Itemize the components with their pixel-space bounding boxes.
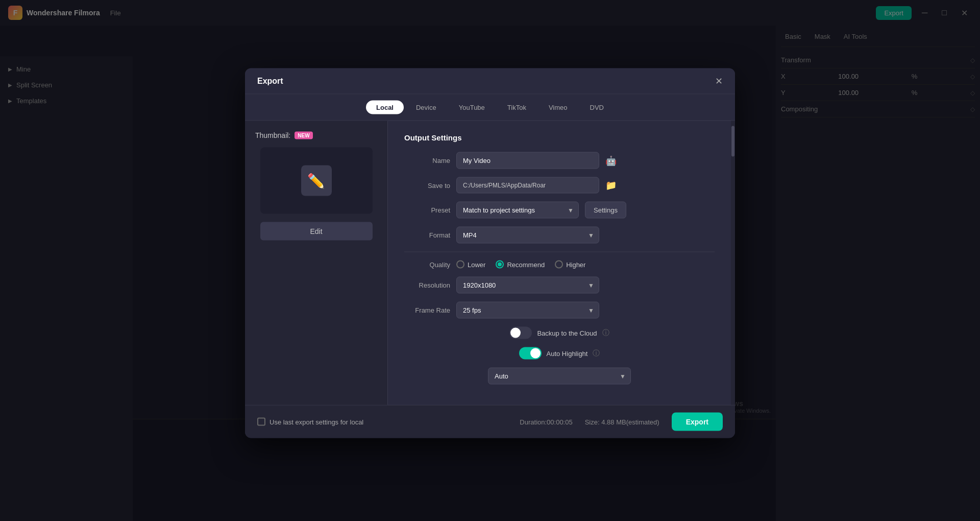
thumbnail-label-row: Thumbnail: NEW	[255, 131, 377, 139]
quality-higher-option[interactable]: Higher	[555, 260, 585, 269]
quality-recommend-option[interactable]: Recommend	[496, 260, 545, 269]
format-field-row: Format MP4 MOV AVI ▼	[404, 227, 715, 244]
ai-icon[interactable]: 🤖	[605, 155, 617, 166]
tab-vimeo[interactable]: Vimeo	[538, 101, 578, 114]
name-label: Name	[404, 157, 450, 164]
thumbnail-text: Thumbnail:	[255, 131, 290, 139]
modal-body: Thumbnail: NEW ✏️ Edit Output Settings N…	[245, 121, 735, 405]
export-tabs-row: Local Device YouTube TikTok Vimeo DVD	[245, 94, 735, 121]
output-settings-title: Output Settings	[404, 133, 715, 142]
size-info: Size: 4.88 MB(estimated)	[585, 418, 659, 425]
quality-recommend-radio[interactable]	[496, 260, 504, 269]
backup-toggle-knob	[510, 328, 521, 338]
framerate-field-row: Frame Rate 25 fps 30 fps 60 fps ▼	[404, 302, 715, 319]
folder-icon[interactable]: 📁	[605, 180, 617, 191]
autohighlight-toggle-row: Auto Highlight ⓘ	[404, 347, 715, 360]
autohighlight-toggle[interactable]	[519, 347, 542, 360]
quality-field-row: Quality Lower Recommend	[404, 260, 715, 269]
footer-left: Use last export settings for local	[257, 418, 363, 426]
framerate-label: Frame Rate	[404, 306, 450, 314]
modal-title: Export	[257, 77, 283, 86]
export-modal: Export ✕ Local Device YouTube TikTok Vim…	[245, 68, 735, 438]
save-to-field-row: Save to C:/Users/PMLS/AppData/Roar 📁	[404, 177, 715, 194]
name-input[interactable]	[456, 152, 599, 169]
quality-lower-label: Lower	[468, 260, 485, 268]
thumbnail-icon: ✏️	[301, 165, 332, 196]
output-panel: Output Settings Name 🤖 Save to C:/Users/…	[388, 121, 731, 405]
scrollbar-thumb[interactable]	[731, 126, 734, 157]
thumbnail-panel: Thumbnail: NEW ✏️ Edit	[245, 121, 388, 405]
save-to-label: Save to	[404, 181, 450, 189]
quality-recommend-label: Recommend	[507, 260, 545, 268]
format-label: Format	[404, 231, 450, 239]
auto-dropdown-row: Auto ▼	[404, 368, 715, 385]
resolution-field-row: Resolution 1920x1080 1280x720 3840x2160 …	[404, 277, 715, 294]
quality-label: Quality	[404, 260, 450, 268]
backup-toggle[interactable]	[509, 327, 532, 339]
edit-thumbnail-button[interactable]: Edit	[260, 222, 373, 241]
autohighlight-info-icon[interactable]: ⓘ	[593, 349, 600, 358]
new-badge: NEW	[295, 131, 312, 139]
tab-local[interactable]: Local	[366, 101, 404, 114]
quality-lower-option[interactable]: Lower	[456, 260, 485, 269]
modal-header: Export ✕	[245, 68, 735, 94]
preset-label: Preset	[404, 206, 450, 214]
tab-tiktok[interactable]: TikTok	[497, 101, 536, 114]
quality-radio-group: Lower Recommend Higher	[456, 260, 585, 269]
backup-toggle-row: Backup to the Cloud ⓘ	[404, 327, 715, 339]
quality-higher-radio[interactable]	[555, 260, 563, 269]
quality-lower-radio[interactable]	[456, 260, 464, 269]
radio-dot-recommend	[498, 263, 502, 267]
format-select[interactable]: MP4 MOV AVI	[456, 227, 599, 244]
autohighlight-label: Auto Highlight	[547, 349, 588, 357]
resolution-label: Resolution	[404, 281, 450, 289]
footer-right: Duration:00:00:05 Size: 4.88 MB(estimate…	[520, 413, 723, 431]
name-field-row: Name 🤖	[404, 152, 715, 169]
tab-dvd[interactable]: DVD	[580, 101, 614, 114]
export-main-button[interactable]: Export	[672, 413, 723, 431]
autohighlight-toggle-wrap: Auto Highlight ⓘ	[519, 347, 600, 360]
backup-label: Backup to the Cloud	[537, 329, 597, 337]
preset-select-wrap: Match to project settings ▼	[456, 202, 579, 219]
app-background: F Wondershare Filmora File Export ─ □ ✕ …	[0, 0, 980, 521]
modal-close-button[interactable]: ✕	[715, 77, 723, 86]
divider-quality	[404, 252, 715, 252]
tab-youtube[interactable]: YouTube	[449, 101, 495, 114]
preset-select[interactable]: Match to project settings	[456, 202, 579, 219]
last-settings-checkbox[interactable]	[257, 418, 265, 426]
format-select-wrap: MP4 MOV AVI ▼	[456, 227, 599, 244]
framerate-select-wrap: 25 fps 30 fps 60 fps ▼	[456, 302, 599, 319]
backup-info-icon[interactable]: ⓘ	[602, 328, 609, 338]
settings-button[interactable]: Settings	[585, 202, 626, 219]
framerate-select[interactable]: 25 fps 30 fps 60 fps	[456, 302, 599, 319]
modal-footer: Use last export settings for local Durat…	[245, 405, 735, 438]
auto-select[interactable]: Auto	[488, 368, 631, 385]
save-to-path: C:/Users/PMLS/AppData/Roar	[456, 177, 599, 194]
resolution-select-wrap: 1920x1080 1280x720 3840x2160 ▼	[456, 277, 599, 294]
quality-higher-label: Higher	[566, 260, 585, 268]
auto-select-wrap: Auto ▼	[488, 368, 631, 385]
backup-toggle-wrap: Backup to the Cloud ⓘ	[509, 327, 609, 339]
last-settings-label: Use last export settings for local	[270, 418, 363, 425]
tab-device[interactable]: Device	[406, 101, 447, 114]
scrollbar-area	[731, 121, 735, 405]
autohighlight-toggle-knob	[530, 348, 541, 359]
preset-field-row: Preset Match to project settings ▼ Setti…	[404, 202, 715, 219]
resolution-select[interactable]: 1920x1080 1280x720 3840x2160	[456, 277, 599, 294]
duration-info: Duration:00:00:05	[520, 418, 572, 425]
thumbnail-preview: ✏️	[260, 148, 373, 214]
